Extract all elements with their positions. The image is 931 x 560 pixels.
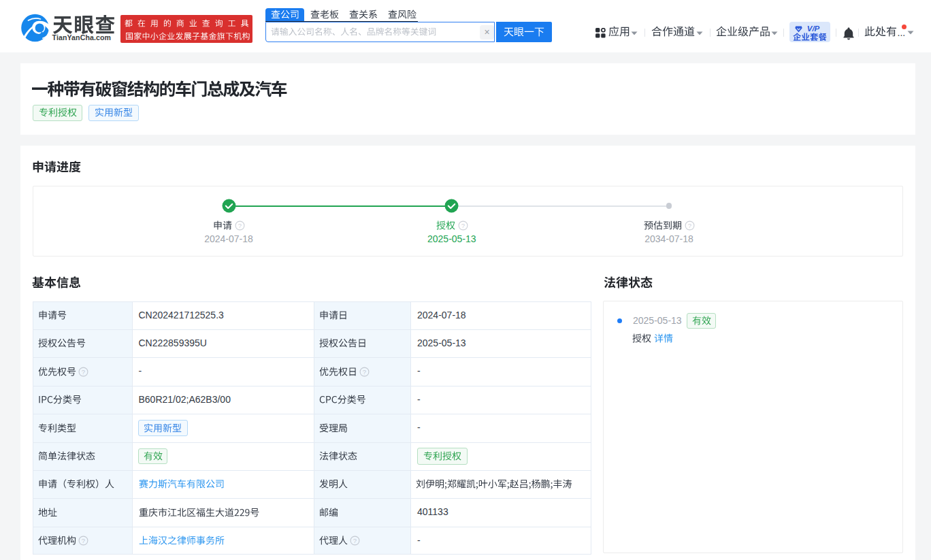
svg-text:?: ? [82,537,85,544]
svg-text:?: ? [353,537,357,544]
svg-text:?: ? [461,221,464,229]
svg-text:?: ? [238,221,242,229]
svg-text:?: ? [82,367,85,375]
svg-text:?: ? [363,367,366,375]
svg-text:?: ? [688,221,691,229]
